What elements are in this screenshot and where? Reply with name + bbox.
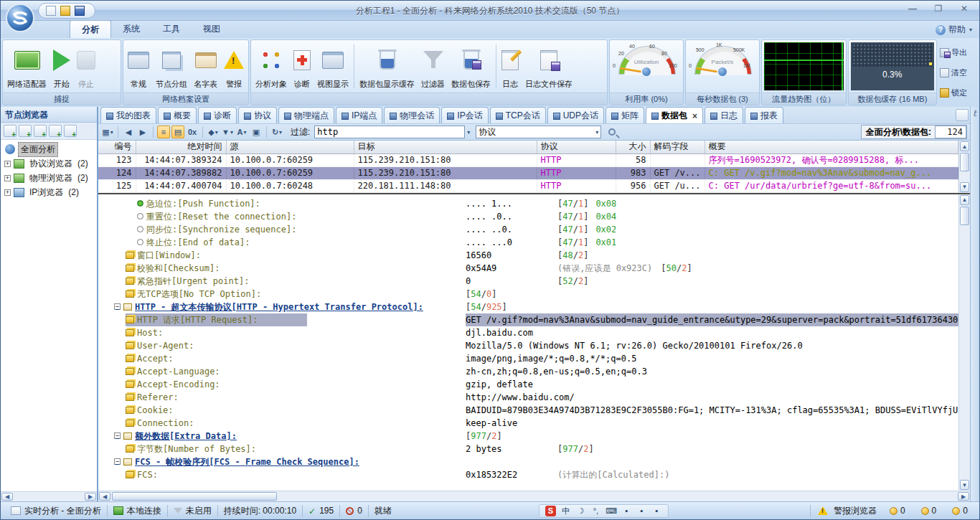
- decode-row[interactable]: User-Agent:Mozilla/5.0 (Windows NT 6.1; …: [98, 339, 958, 352]
- forward-icon[interactable]: ▶: [136, 126, 149, 138]
- add-chart-icon[interactable]: [34, 125, 47, 137]
- scroll-left-icon[interactable]: ◀: [99, 492, 110, 501]
- search-icon[interactable]: [608, 128, 616, 136]
- chinese-mode-icon[interactable]: 中: [560, 506, 571, 516]
- packet-display-buffer-button[interactable]: 数据包显示缓存: [357, 42, 418, 91]
- view-tab-summary[interactable]: 概要: [158, 107, 197, 123]
- minimize-button[interactable]: —: [903, 4, 922, 15]
- filter-input[interactable]: [314, 126, 465, 138]
- packet-row[interactable]: 12514:44:07.40070410.100.0.7:60248220.18…: [98, 179, 958, 192]
- collapse-icon[interactable]: −: [114, 303, 121, 310]
- scroll-thumb[interactable]: [960, 153, 969, 171]
- expand-icon[interactable]: +: [4, 175, 11, 181]
- view-tab-my-charts[interactable]: 我的图表: [100, 107, 156, 123]
- view-display-button[interactable]: 视图显示: [314, 42, 352, 91]
- scroll-thumb[interactable]: [112, 492, 277, 501]
- scroll-left-icon[interactable]: ◀: [1, 493, 13, 501]
- keyboard-icon[interactable]: ⌨: [606, 506, 617, 516]
- collapse-icon[interactable]: −: [114, 432, 121, 439]
- packet-filter-button[interactable]: 过滤器: [418, 42, 448, 91]
- decode-vscrollbar[interactable]: ▲ ▼: [958, 194, 970, 491]
- decode-row[interactable]: 校验和[Checksum]:0x54A9(错误,应该是 0x923C)[50/2…: [98, 262, 958, 275]
- tree-item-physical-browser[interactable]: +物理浏览器(2): [2, 171, 95, 185]
- scroll-thumb[interactable]: [960, 207, 969, 225]
- restore-button[interactable]: ❐: [929, 4, 948, 15]
- column-header[interactable]: 大小: [616, 141, 650, 153]
- expand-icon[interactable]: +: [4, 189, 11, 196]
- decode-row[interactable]: 急迫位:[Push Function]:.... 1...[47/1]0x08: [98, 197, 958, 210]
- view-tab-packet[interactable]: 数据包×: [646, 107, 703, 123]
- decode-hscrollbar[interactable]: ◀ ▶: [98, 491, 970, 501]
- log-button[interactable]: 日志: [499, 42, 522, 91]
- view-tab-matrix[interactable]: 矩阵: [606, 107, 644, 123]
- back-icon[interactable]: ◀: [122, 126, 135, 138]
- moon-icon[interactable]: ☽: [575, 506, 586, 516]
- tree-item-full-analysis[interactable]: 全面分析: [2, 142, 95, 156]
- language-bar[interactable]: S中☽°,⌨▪▪▪: [539, 504, 669, 518]
- decode-row[interactable]: Accept:image/png,image/*;q=0.8,*/*;q=0.5: [98, 352, 958, 365]
- clear-button[interactable]: 清空: [940, 67, 976, 78]
- lock-view-icon[interactable]: ▣: [250, 126, 263, 138]
- decode-row[interactable]: 窗口[Window]:16560[48/2]: [98, 249, 958, 262]
- tree-item-ip-browser[interactable]: +IP浏览器(2): [2, 185, 95, 199]
- decode-row[interactable]: −FCS - 帧校验序列[FCS - Frame Check Sequence]…: [98, 455, 958, 468]
- wrench-icon[interactable]: ▪: [651, 506, 662, 516]
- add-report-icon[interactable]: [64, 125, 77, 137]
- color-icon[interactable]: ◆▾: [207, 126, 220, 138]
- filter-icon[interactable]: ▼▾: [221, 126, 234, 138]
- analysis-object-button[interactable]: 分析对象: [253, 42, 290, 91]
- decode-row[interactable]: FCS:0x185322E2(计算出的[Calculated]:): [98, 468, 958, 481]
- tree-item-protocol-browser[interactable]: +协议浏览器(2): [2, 156, 95, 171]
- export-button[interactable]: 导出: [940, 47, 976, 58]
- help-button[interactable]: ? 帮助 ▾: [936, 24, 972, 36]
- hex-view-icon[interactable]: 0x: [186, 126, 199, 138]
- view-tab-ip-endpoint[interactable]: IP端点: [336, 107, 382, 123]
- log-file-save-button[interactable]: 日志文件保存: [522, 42, 575, 91]
- decode-row[interactable]: 紧急指针[Urgent point]:0[52/2]: [98, 275, 958, 288]
- refresh-icon[interactable]: ↻▾: [270, 126, 283, 138]
- decode-row[interactable]: Host:djl.baidu.com: [98, 326, 958, 339]
- scroll-down-icon[interactable]: ▼: [960, 182, 969, 192]
- view-tab-protocol[interactable]: 协议: [238, 107, 277, 123]
- filter-type-combo[interactable]: 协议 ▾: [476, 126, 601, 138]
- scroll-right-icon[interactable]: ▶: [85, 493, 96, 501]
- alarm-button[interactable]: 警报: [221, 42, 247, 91]
- column-header[interactable]: 源: [226, 141, 354, 153]
- add-view-icon[interactable]: [4, 125, 17, 137]
- column-header[interactable]: 绝对时间: [136, 141, 226, 153]
- menu-tab-analysis[interactable]: 分析: [70, 20, 111, 38]
- close-tab-icon[interactable]: ×: [692, 111, 697, 121]
- view-tab-report[interactable]: 报表: [745, 107, 783, 123]
- name-table-button[interactable]: 名字表: [191, 42, 220, 91]
- diagnosis-button[interactable]: 诊断: [291, 42, 314, 91]
- column-header[interactable]: 解码字段: [650, 141, 705, 153]
- filter-input-dropdown-icon[interactable]: ▾: [467, 129, 470, 136]
- decode-row[interactable]: −额外数据[Extra Data]:[977/2]: [98, 430, 958, 443]
- detail-view-icon[interactable]: ▤: [171, 126, 184, 138]
- node-group-button[interactable]: 节点分组: [153, 42, 190, 91]
- packet-list-vscrollbar[interactable]: ▲ ▼: [958, 141, 970, 193]
- decode-row[interactable]: 重置位:[Reset the connection]:.... .0..[47/…: [98, 210, 958, 223]
- node-explorer-hscrollbar[interactable]: ◀ ▶: [1, 491, 97, 501]
- view-tab-physical-endpoint[interactable]: 物理端点: [278, 107, 334, 123]
- punctuation-icon[interactable]: °,: [590, 506, 601, 516]
- column-header[interactable]: 概要: [705, 141, 958, 153]
- packet-row[interactable]: 12414:44:07.38988210.100.0.7:60259115.23…: [98, 166, 958, 179]
- close-button[interactable]: ✕: [955, 4, 974, 15]
- lock-button[interactable]: 锁定: [940, 88, 976, 98]
- expand-icon[interactable]: +: [4, 161, 11, 167]
- decode-row[interactable]: Accept-Language:zh-cn,zh;q=0.8,en-us;q=0…: [98, 365, 958, 378]
- decode-row[interactable]: 终止位:[End of data]:.... ...0[47/1]0x01: [98, 236, 958, 249]
- start-button[interactable]: 开始: [50, 42, 73, 91]
- menu-tab-view[interactable]: 视图: [192, 20, 232, 38]
- colasoft-logo-icon[interactable]: [5, 3, 35, 33]
- packet-row[interactable]: 12314:44:07.38932410.100.0.7:60259115.23…: [98, 153, 958, 166]
- scroll-up-icon[interactable]: ▲: [960, 141, 969, 151]
- column-header[interactable]: 协议: [537, 141, 616, 153]
- add-alarm-icon[interactable]: [49, 125, 62, 137]
- save-list-icon[interactable]: ▦▾: [101, 126, 114, 138]
- column-header[interactable]: 目标: [354, 141, 537, 153]
- decode-row[interactable]: HTTP 请求[HTTP Request]:GET /v.gif?mod=nav…: [98, 313, 958, 326]
- view-tab-ip-conversation[interactable]: IP会话: [441, 107, 488, 123]
- decode-row[interactable]: Cookie:BAIDUID=879B03E34A974D3B71283E9C2…: [98, 404, 958, 417]
